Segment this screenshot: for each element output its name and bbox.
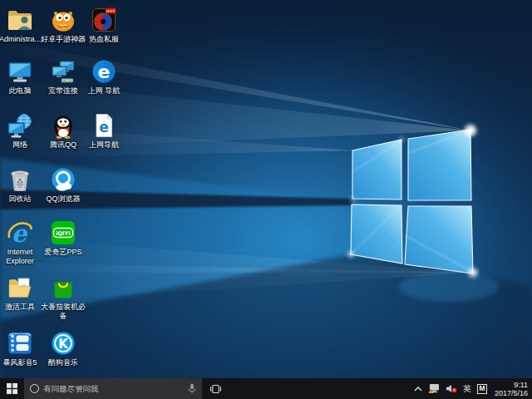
nav-circle-icon: e [91,58,117,85]
svg-text:K: K [58,337,69,352]
task-view-button[interactable] [202,378,229,399]
desktop-icon-label: 酷狗音乐 [48,358,78,367]
windows-logo-icon [7,383,17,394]
desktop-icon-label: 好卓手游神器 [41,35,86,44]
desktop-icon-this-pc[interactable]: 此电脑 [0,58,43,96]
desktop-icon-label: 上网导航 [89,140,119,150]
show-hidden-icons-chevron[interactable] [414,387,422,392]
task-view-icon [209,384,222,394]
tencent-qq-icon [50,112,76,139]
desktop-icon-label: 此电脑 [9,86,32,96]
desktop-icon-label: 热血私服 [89,35,119,44]
microphone-icon[interactable] [188,383,196,394]
desktop-icon-rexue-sifu[interactable]: HOT热血私服 [81,7,127,44]
svg-text:iQIYI: iQIYI [56,230,70,237]
haozhuo-game-icon [50,7,76,33]
taskbar[interactable]: 英 M 9:11 2017/5/16 [0,378,532,399]
baofeng-icon [7,330,33,357]
desktop-icon-user-folder[interactable]: Administra... [0,7,43,44]
desktop-icon-nav-doc[interactable]: e上网导航 [81,112,127,150]
network-status-icon[interactable] [428,383,440,394]
desktop-icon-qq-browser[interactable]: QQ浏览器 [40,166,86,204]
desktop-icon-label: Internet Explorer [0,248,43,266]
cortana-icon [30,384,39,393]
system-tray: 英 M 9:11 2017/5/16 [414,378,532,399]
desktop-icon-label: 爱奇艺PPS [44,248,81,257]
input-language-indicator[interactable]: 英 [463,385,471,393]
activate-tool-icon: e [7,274,33,301]
qq-browser-icon [50,166,76,193]
desktop-icon-datomato[interactable]: 大番茄装机必备 [40,274,86,321]
start-button[interactable] [0,378,24,399]
clock-date: 2017/5/16 [495,389,528,397]
iqiyi-pps-icon: iQIYI [50,219,76,246]
desktop-icon-nav-circle[interactable]: e上网 导航 [81,58,127,96]
desktop-icon-kugou-music[interactable]: K酷狗音乐 [40,330,86,367]
desktop[interactable]: Administra... 好卓手游神器 HOT热血私服 此电脑 宽带连接 e上… [0,0,532,378]
desktop-icon-internet-explorer[interactable]: e Internet Explorer [0,219,43,266]
desktop-icon-label: QQ浏览器 [46,195,80,204]
clock-time: 9:11 [495,381,528,389]
kugou-music-icon: K [50,330,76,357]
desktop-icon-baofeng[interactable]: 暴风影音5 [0,330,43,367]
broadband-icon [50,58,76,85]
taskbar-empty-area[interactable] [229,378,414,399]
taskbar-clock[interactable]: 9:11 2017/5/16 [493,381,528,397]
this-pc-icon [7,58,33,85]
desktop-icon-broadband[interactable]: 宽带连接 [40,58,86,96]
network-icon [7,112,33,139]
desktop-icon-haozhuo-game[interactable]: 好卓手游神器 [40,7,86,44]
svg-text:HOT: HOT [106,9,116,13]
search-box[interactable] [24,378,202,399]
nav-doc-icon: e [91,112,117,139]
datomato-icon [50,274,76,301]
search-input[interactable] [43,384,184,393]
desktop-icon-label: 网络 [12,140,27,150]
rexue-sifu-icon: HOT [91,7,117,33]
recycle-bin-icon [7,166,33,193]
desktop-icon-network[interactable]: 网络 [0,112,43,150]
desktop-icon-label: Administra... [0,35,41,44]
user-folder-icon [7,7,33,33]
svg-text:e: e [98,62,111,82]
desktop-icon-label: 激活工具 [5,303,35,312]
volume-muted-icon[interactable] [446,384,457,393]
desktop-icon-recycle-bin[interactable]: 回收站 [0,166,43,204]
desktop-icon-label: 大番茄装机必备 [40,303,86,321]
ime-mode-badge[interactable]: M [477,384,487,394]
desktop-icon-label: 上网 导航 [88,86,121,96]
svg-text:e: e [99,119,109,135]
desktop-icon-activate-tool[interactable]: e 激活工具 [0,274,43,312]
desktop-icon-iqiyi-pps[interactable]: iQIYI爱奇艺PPS [40,219,86,257]
desktop-icon-label: 回收站 [9,195,32,204]
desktop-icon-label: 宽带连接 [48,86,78,96]
desktop-icon-label: 暴风影音5 [2,358,37,367]
desktop-icon-tencent-qq[interactable]: 腾讯QQ [40,112,86,150]
internet-explorer-icon: e [7,219,33,246]
desktop-icon-label: 腾讯QQ [50,140,76,150]
